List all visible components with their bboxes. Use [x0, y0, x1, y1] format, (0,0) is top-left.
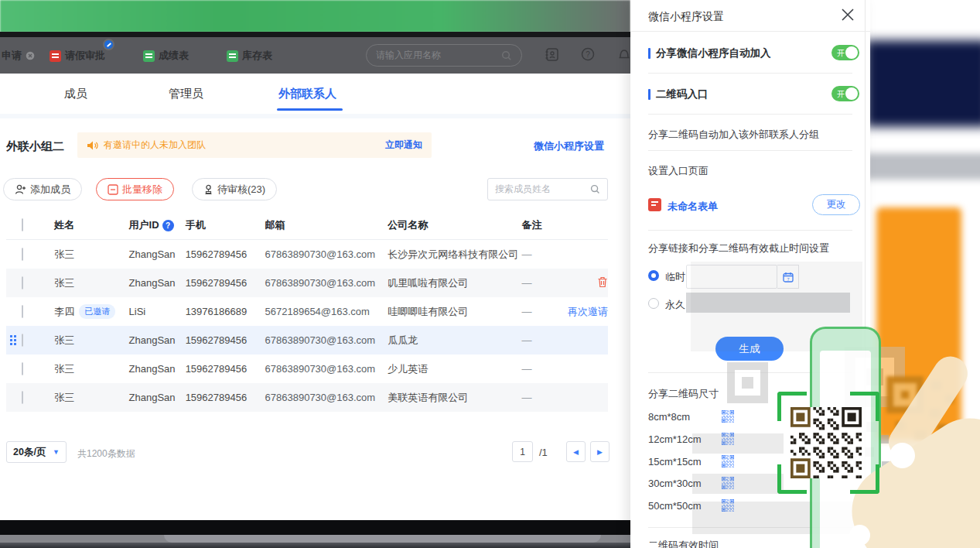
entry-page-label: 设置入口页面: [648, 164, 709, 178]
row-checkbox[interactable]: [22, 391, 23, 404]
tab-close-icon[interactable]: [26, 51, 35, 60]
close-icon[interactable]: [841, 8, 855, 22]
browser-tab-label: 请假审批: [65, 49, 105, 63]
svg-text:7: 7: [787, 276, 789, 281]
table-row: 李四 已邀请 LiSi 13976186689 5672189654@163.c…: [6, 297, 608, 326]
remove-icon: [108, 184, 118, 195]
browser-tab-label: 成绩表: [159, 49, 189, 63]
svg-text:?: ?: [586, 50, 590, 59]
col-name: 姓名: [54, 218, 128, 232]
expiry-date-input[interactable]: [686, 265, 777, 289]
notify-now-link[interactable]: 立即通知: [385, 139, 422, 152]
browser-tab-leave-approval[interactable]: 请假审批: [50, 48, 105, 63]
qr-download-icon[interactable]: [722, 499, 734, 512]
temporary-label: 临时: [665, 270, 685, 284]
row-checkbox[interactable]: [22, 248, 23, 261]
qr-entry-toggle[interactable]: 开: [831, 86, 859, 101]
col-email: 邮箱: [265, 218, 388, 232]
page-number-input[interactable]: 1: [512, 441, 533, 462]
qr-entry-label: 二维码入口: [648, 87, 709, 101]
qr-download-icon[interactable]: [722, 433, 734, 445]
table-header-row: 姓名 用户ID? 手机 邮箱 公司名称 备注: [6, 211, 608, 240]
share-group-text: 分享二维码自动加入该外部联系人分组: [648, 128, 819, 142]
calendar-button[interactable]: 7: [777, 265, 799, 289]
external-contacts-table: 姓名 用户ID? 手机 邮箱 公司名称 备注 张三 ZhangSan 15962…: [6, 211, 608, 412]
drag-handle[interactable]: [9, 334, 16, 345]
reinvite-link[interactable]: 再次邀请: [556, 305, 608, 319]
qr-download-icon[interactable]: [722, 410, 734, 423]
member-search-input[interactable]: 搜索成员姓名: [487, 178, 608, 200]
app-search-input[interactable]: 请输入应用名称: [366, 44, 522, 67]
bell-icon[interactable]: [617, 47, 631, 61]
generate-button[interactable]: 生成: [715, 337, 784, 361]
next-page-icon: ▶: [597, 448, 603, 456]
temporary-radio[interactable]: [648, 270, 659, 281]
page-total-label: /1: [539, 447, 548, 458]
tab-external-contacts[interactable]: 外部联系人: [278, 87, 336, 101]
total-count-label: 共1200条数据: [77, 447, 135, 461]
add-person-icon: [15, 184, 26, 195]
user-id-help-icon[interactable]: ?: [162, 220, 174, 231]
qr-download-icon[interactable]: [722, 455, 734, 468]
app-search-placeholder: 请输入应用名称: [376, 49, 441, 62]
contacts-icon[interactable]: [545, 47, 559, 62]
browser-window-edge: [0, 32, 630, 37]
browser-tab-stock-sheet[interactable]: 库存表: [227, 48, 272, 63]
page-size-select[interactable]: 20条/页 ▼: [6, 441, 67, 463]
group-title: 外联小组二: [6, 139, 64, 154]
permanent-radio[interactable]: [648, 298, 659, 309]
change-button[interactable]: 更改: [812, 194, 860, 215]
delete-icon[interactable]: [597, 276, 608, 288]
qr-size-row: 15cm*15cm: [648, 454, 702, 469]
select-all-checkbox[interactable]: [22, 218, 23, 231]
chevron-down-icon: ▼: [53, 448, 60, 456]
col-phone: 手机: [186, 218, 265, 232]
stamp-icon: [203, 184, 213, 195]
batch-remove-button[interactable]: 批量移除: [96, 178, 174, 200]
mini-program-settings-link[interactable]: 微信小程序设置: [534, 139, 604, 153]
col-company: 公司名称: [388, 218, 521, 232]
invite-notice-banner: 有邀请中的人未加入团队 立即通知: [77, 132, 432, 158]
row-checkbox[interactable]: [22, 305, 23, 318]
tab-admins[interactable]: 管理员: [169, 87, 203, 101]
next-page-button[interactable]: ▶: [590, 441, 610, 462]
active-subtab-indicator: [277, 108, 343, 111]
table-row: 张三 ZhangSan 15962789456 67863890730@163.…: [6, 326, 608, 354]
member-nav-tabs: 成员 管理员 外部联系人: [0, 74, 630, 114]
browser-tab-bar: 申请 请假审批 成绩表 库存表 请输入应用名称: [0, 37, 630, 74]
member-search-placeholder: 搜索成员姓名: [495, 183, 551, 196]
prev-page-icon: ◀: [573, 448, 579, 456]
row-checkbox[interactable]: [22, 362, 23, 375]
invited-badge: 已邀请: [79, 304, 115, 319]
browser-tab-active[interactable]: 申请: [2, 48, 35, 63]
permanent-disabled-field: [686, 293, 850, 313]
auto-join-label: 分享微信小程序自动加入: [648, 46, 771, 60]
leave-approval-icon: [50, 50, 61, 62]
auto-join-toggle[interactable]: 开: [831, 45, 859, 60]
help-icon[interactable]: ?: [581, 47, 595, 61]
search-icon: [501, 50, 512, 61]
pending-review-button[interactable]: 待审核(23): [192, 178, 277, 200]
notice-text: 有邀请中的人未加入团队: [104, 139, 206, 152]
form-icon: [648, 198, 661, 211]
permanent-label: 永久: [665, 298, 685, 312]
qr-size-title: 分享二维码尺寸: [648, 387, 719, 401]
row-checkbox[interactable]: [22, 334, 23, 347]
qr-size-row: 8cm*8cm: [648, 409, 690, 424]
row-checkbox[interactable]: [22, 276, 23, 289]
panel-title: 微信小程序设置: [648, 10, 724, 24]
qr-size-row: 12cm*12cm: [648, 431, 702, 447]
add-member-button[interactable]: 添加成员: [3, 178, 82, 200]
form-name-link[interactable]: 未命名表单: [668, 200, 718, 214]
qr-size-row: 50cm*50cm: [648, 498, 702, 513]
qr-download-icon[interactable]: [722, 477, 734, 489]
prev-page-button[interactable]: ◀: [566, 441, 586, 462]
tab-members[interactable]: 成员: [64, 87, 87, 101]
search-icon: [590, 184, 600, 194]
screenshot-root: 申请 请假审批 成绩表 库存表 请输入应用名称: [0, 0, 980, 548]
tab-pin-badge-icon: [103, 39, 114, 50]
table-row: 张三 ZhangSan 15962789456 67863890730@163.…: [6, 383, 608, 412]
qr-valid-time-label: 二维码有效时间: [648, 539, 719, 548]
table-row: 张三 ZhangSan 15962789456 67863890730@163.…: [6, 269, 608, 297]
browser-tab-score-sheet[interactable]: 成绩表: [143, 48, 189, 63]
